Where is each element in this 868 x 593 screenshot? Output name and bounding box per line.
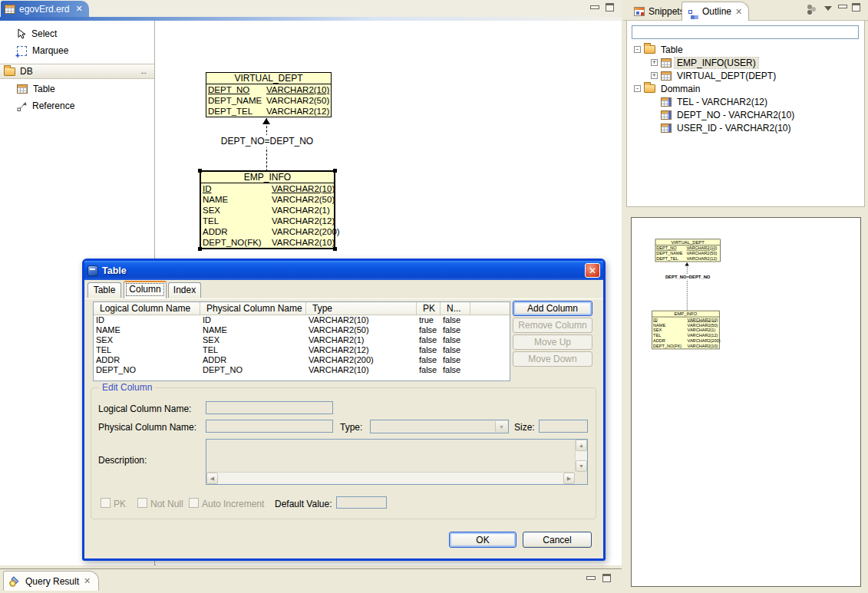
tree-item-label: DEPT_NO - VARCHAR2(10): [675, 110, 797, 120]
scroll-right-icon[interactable]: ▶: [563, 473, 575, 484]
erd-table-virtual-dept[interactable]: VIRTUAL_DEPT DEPT_NOVARCHAR2(10)DEPT_NAM…: [206, 72, 332, 117]
outline-thumbnail[interactable]: VIRTUAL_DEPTDEPT_NOVARCHAR2(10)DEPT_NAME…: [631, 217, 861, 587]
thumbnail-relation-line: [687, 262, 688, 311]
grid-row[interactable]: ADDRADDRVARCHAR2(200)falsefalse: [94, 355, 510, 365]
description-textarea[interactable]: ▲ ▼ ◀ ▶: [206, 439, 588, 485]
scroll-up-icon[interactable]: ▲: [576, 440, 587, 451]
erd-column-row: DEPT_NAMEVARCHAR2(50): [655, 251, 720, 256]
dialog-close-button[interactable]: ✕: [585, 263, 600, 278]
erd-column-row: TELVARCHAR2(12): [652, 333, 719, 338]
dialog-tab-index[interactable]: Index: [168, 282, 201, 298]
add-column-button[interactable]: Add Column: [513, 301, 592, 316]
physical-column-name-input[interactable]: [206, 420, 333, 433]
move-down-button[interactable]: Move Down: [513, 351, 592, 367]
grid-row[interactable]: TELTELVARCHAR2(12)falsefalse: [94, 345, 510, 355]
tree-item[interactable]: +VIRTUAL_DEPT(DEPT): [627, 69, 864, 82]
remove-column-button[interactable]: Remove Column: [513, 318, 592, 333]
grid-column-header[interactable]: PK: [417, 302, 441, 315]
erd-table-emp-info[interactable]: EMP_INFO IDVARCHAR2(10)NAMEVARCHAR2(50)S…: [200, 170, 335, 249]
palette-drawer-db[interactable]: DB ↔: [0, 64, 154, 79]
selection-handle[interactable]: [198, 247, 202, 251]
combo-chevron-down-icon[interactable]: ▼: [495, 421, 507, 432]
ok-button[interactable]: OK: [449, 532, 517, 548]
erd-column-row: DEPT_NAMEVARCHAR2(50): [206, 95, 331, 106]
view-maximize-icon[interactable]: [852, 3, 860, 12]
right-panel: Snippets Outline ✕ -Table+EMP_INFO(USER)…: [623, 0, 868, 593]
dialog-titlebar[interactable]: Table ✕: [84, 261, 603, 280]
editor-tab-close-icon[interactable]: ✕: [75, 4, 82, 14]
plus-expander-icon[interactable]: +: [651, 72, 658, 79]
editor-minimize-icon[interactable]: [590, 5, 599, 9]
tree-item[interactable]: DEPT_NO - VARCHAR2(10): [627, 108, 864, 121]
tab-outline[interactable]: Outline ✕: [682, 2, 749, 21]
editor-tab-egoverd[interactable]: egovErd.erd ✕: [1, 1, 89, 17]
view-menu-icon[interactable]: [806, 4, 818, 15]
grid-column-header[interactable]: N...: [441, 302, 470, 315]
tree-item-label: Table: [658, 44, 685, 55]
view-minimize-icon[interactable]: [838, 5, 847, 8]
vertical-scrollbar[interactable]: ▲ ▼: [575, 440, 587, 472]
not-null-checkbox[interactable]: [137, 498, 147, 508]
table-dialog: Table ✕ Table Column Index Logical Colum…: [82, 259, 606, 561]
view-dropdown-icon[interactable]: [824, 6, 832, 11]
snippets-icon: [634, 7, 645, 16]
minus-expander-icon[interactable]: -: [634, 46, 641, 53]
panel-minimize-icon[interactable]: [586, 576, 596, 580]
description-label: Description:: [98, 455, 147, 466]
outline-filter-input[interactable]: [632, 25, 859, 39]
erd-column-row: DEPT_NO(FK)VARCHAR2(10): [652, 344, 719, 349]
auto-increment-checkbox[interactable]: [189, 498, 199, 508]
pk-checkbox-label: PK: [114, 499, 126, 509]
thumbnail-canvas: VIRTUAL_DEPTDEPT_NOVARCHAR2(10)DEPT_NAME…: [632, 218, 861, 584]
erd-column-row: SEXVARCHAR2(1): [652, 328, 719, 333]
horizontal-scrollbar[interactable]: ◀ ▶: [206, 472, 575, 484]
grid-row[interactable]: DEPT_NODEPT_NOVARCHAR2(10)falsefalse: [94, 365, 510, 375]
scroll-down-icon[interactable]: ▼: [576, 460, 587, 472]
move-up-button[interactable]: Move Up: [513, 334, 592, 350]
panel-maximize-icon[interactable]: [602, 574, 611, 582]
grid-column-header[interactable]: Type: [306, 302, 417, 315]
cancel-button[interactable]: Cancel: [523, 532, 592, 548]
plus-expander-icon[interactable]: +: [651, 59, 658, 66]
dialog-tab-table[interactable]: Table: [87, 282, 121, 298]
selection-handle[interactable]: [198, 169, 202, 173]
tree-item[interactable]: +EMP_INFO(USER): [627, 56, 864, 69]
grid-row[interactable]: SEXSEXVARCHAR2(1)falsefalse: [94, 335, 510, 345]
query-result-close-icon[interactable]: ✕: [84, 576, 91, 586]
grid-row[interactable]: NAMENAMEVARCHAR2(50)falsefalse: [94, 325, 510, 335]
relation-label[interactable]: DEPT_NO=DEPT_NO: [217, 135, 317, 147]
drawer-pin-icon[interactable]: ↔: [140, 67, 148, 76]
dialog-tab-column[interactable]: Column: [124, 281, 167, 298]
grid-column-header[interactable]: Physical Column Name: [200, 302, 306, 315]
selection-handle[interactable]: [333, 169, 337, 173]
grid-row[interactable]: IDIDVARCHAR2(10)truefalse: [94, 315, 510, 325]
tab-query-result[interactable]: Query Result ✕: [3, 571, 99, 591]
dialog-app-icon: [87, 265, 98, 276]
editor-maximize-icon[interactable]: [606, 3, 614, 12]
tree-item[interactable]: -Dommain: [627, 82, 864, 95]
size-input[interactable]: [539, 420, 588, 433]
tree-item[interactable]: TEL - VARCHAR2(12): [627, 95, 864, 108]
palette-item-table[interactable]: Table: [0, 81, 154, 97]
palette-item-reference[interactable]: Reference: [0, 97, 154, 114]
default-value-input[interactable]: [336, 496, 387, 509]
thumbnail-relation-label: DEPT_NO=DEPT_NO: [662, 274, 713, 279]
outline-tab-close-icon[interactable]: ✕: [735, 7, 742, 17]
selection-handle[interactable]: [333, 247, 337, 251]
scroll-left-icon[interactable]: ◀: [206, 473, 218, 484]
editor-tab-label: egovErd.erd: [19, 4, 69, 15]
palette-tool-marquee[interactable]: Marquee: [0, 42, 154, 59]
tree-item-label: Dommain: [658, 84, 702, 94]
tree-item[interactable]: USER_ID - VARCHAR2(10): [627, 121, 864, 134]
domain-icon: [661, 97, 672, 107]
grid-column-header[interactable]: Logical Column Name: [94, 302, 200, 315]
tree-item[interactable]: -Table: [627, 43, 864, 56]
pk-checkbox[interactable]: [101, 498, 111, 508]
logical-column-name-input[interactable]: [206, 401, 333, 414]
minus-expander-icon[interactable]: -: [634, 85, 641, 92]
physical-column-name-label: Physical Column Name:: [98, 422, 196, 433]
erd-column-row: NAMEVARCHAR2(50): [652, 322, 719, 328]
tab-label: Snippets: [649, 6, 685, 17]
type-combobox[interactable]: ▼: [370, 420, 509, 433]
palette-tool-select[interactable]: Select: [0, 25, 154, 42]
